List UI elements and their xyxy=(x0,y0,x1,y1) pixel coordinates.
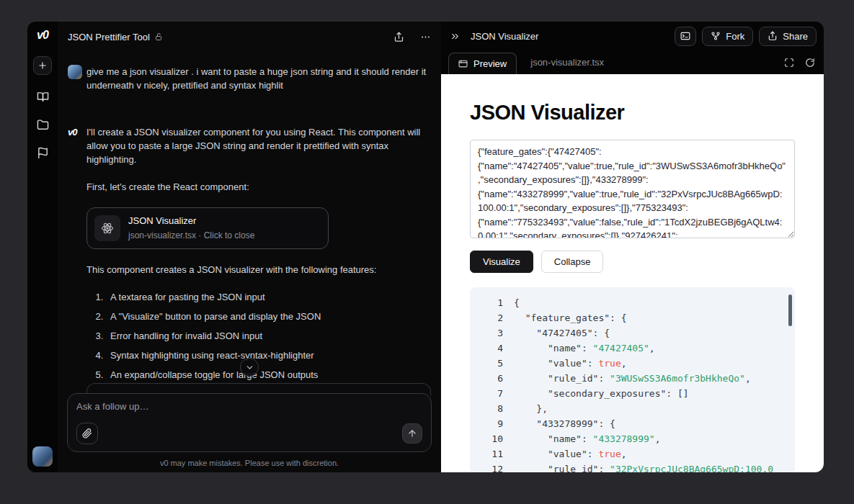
share-icon xyxy=(768,31,778,41)
user-message: give me a json visualizer . i want to pa… xyxy=(68,65,431,106)
chevrons-right-icon[interactable] xyxy=(450,31,461,42)
follow-up-composer xyxy=(67,393,432,452)
component-card-title: JSON Visualizer xyxy=(128,214,254,228)
code-line: 10 "name": "433278999", xyxy=(470,431,788,446)
code-scrollbar[interactable] xyxy=(788,294,792,326)
feature-item: Error handling for invalid JSON input xyxy=(106,329,431,343)
code-lines: 1{2 "feature_gates": {3 "47427405": {4 "… xyxy=(470,295,788,472)
json-code-viewer: 1{2 "feature_gates": {3 "47427405": {4 "… xyxy=(470,287,795,472)
chat-title: JSON Prettifier Tool xyxy=(68,32,150,42)
console-button[interactable] xyxy=(675,27,696,46)
atom-icon xyxy=(94,215,120,241)
preview-title: JSON Visualizer xyxy=(471,31,538,42)
share-button-label: Share xyxy=(783,31,808,42)
new-chat-button[interactable] xyxy=(33,56,52,75)
attach-button[interactable] xyxy=(76,423,98,444)
json-input-textarea[interactable]: {"feature_gates":{"47427405":{"name":"47… xyxy=(470,140,795,238)
refresh-icon[interactable] xyxy=(805,58,815,68)
user-avatar[interactable] xyxy=(32,446,53,467)
terminal-icon xyxy=(680,31,690,41)
user-message-text: give me a json visualizer . i want to pa… xyxy=(86,65,431,92)
v0-logo: v0 xyxy=(68,127,76,138)
code-line: 1{ xyxy=(470,295,788,310)
app-window-icon xyxy=(458,59,468,68)
fork-button[interactable]: Fork xyxy=(702,27,753,46)
send-button[interactable] xyxy=(402,423,422,444)
assistant-intro-text: I'll create a JSON visualizer component … xyxy=(86,125,431,166)
preview-viewport: JSON Visualizer {"feature_gates":{"47427… xyxy=(441,74,824,472)
plus-icon xyxy=(37,60,48,71)
component-card[interactable]: JSON Visualizer json-visualizer.tsx · Cl… xyxy=(86,207,329,249)
code-line: 7 "secondary_exposures": [] xyxy=(470,386,788,401)
preview-tab-bar: Preview json-visualizer.tsx xyxy=(441,50,824,74)
lock-open-icon xyxy=(155,32,164,41)
code-line: 12 "rule_id": "32PxVsrpcJUc8BAg665wpD:10… xyxy=(470,462,788,472)
code-line: 4 "name": "47427405", xyxy=(470,341,788,356)
git-fork-icon xyxy=(711,31,721,41)
follow-up-input[interactable] xyxy=(76,401,422,412)
paperclip-icon xyxy=(82,428,92,438)
tab-preview[interactable]: Preview xyxy=(448,53,517,74)
assistant-step-text: First, let's create the React component: xyxy=(86,180,431,194)
ellipsis-icon[interactable] xyxy=(420,32,431,42)
avatar xyxy=(68,65,82,79)
disclaimer-text: v0 may make mistakes. Please use with di… xyxy=(58,459,441,467)
features-intro-text: This component creates a JSON visualizer… xyxy=(86,263,431,276)
code-line: 8 }, xyxy=(470,401,788,416)
code-line: 11 "value": true, xyxy=(470,446,788,462)
feature-item: Syntax highlighting using react-syntax-h… xyxy=(106,348,431,362)
tab-file[interactable]: json-visualizer.tsx xyxy=(530,57,604,68)
feature-item: A "Visualize" button to parse and displa… xyxy=(106,310,431,323)
code-line: 3 "47427405": { xyxy=(470,325,788,341)
code-line: 6 "rule_id": "3WUSwSS3A6mofr3bHkheQo", xyxy=(470,371,788,386)
chat-header: JSON Prettifier Tool xyxy=(58,22,441,52)
icon-rail: v0 xyxy=(27,22,58,472)
app-heading: JSON Visualizer xyxy=(470,101,795,125)
preview-header: JSON Visualizer Fork Share xyxy=(441,22,824,50)
collapse-button[interactable]: Collapse xyxy=(541,251,604,273)
chat-panel: JSON Prettifier Tool give me a json visu… xyxy=(58,22,441,472)
v0-logo[interactable]: v0 xyxy=(37,29,48,42)
arrow-up-send-icon xyxy=(407,428,417,438)
scroll-to-bottom-button[interactable] xyxy=(240,358,259,377)
feature-item: An expand/collapse toggle for large JSON… xyxy=(106,368,431,382)
fork-button-label: Fork xyxy=(726,31,744,42)
maximize-icon[interactable] xyxy=(784,58,794,68)
component-card-subtitle: json-visualizer.tsx · Click to close xyxy=(128,229,254,243)
tab-preview-label: Preview xyxy=(473,58,507,69)
chevron-down-icon xyxy=(245,363,254,372)
app-window: v0 JSON Prettifier Tool give me a json v… xyxy=(27,22,824,472)
book-open-icon[interactable] xyxy=(37,91,49,103)
visualize-button[interactable]: Visualize xyxy=(470,251,533,273)
code-line: 2 "feature_gates": { xyxy=(470,310,788,325)
flag-icon[interactable] xyxy=(37,147,49,159)
code-line: 9 "433278999": { xyxy=(470,416,788,431)
preview-panel: JSON Visualizer Fork Share Preview xyxy=(441,22,824,472)
share-icon[interactable] xyxy=(393,32,404,42)
code-line: 5 "value": true, xyxy=(470,356,788,371)
share-button[interactable]: Share xyxy=(759,27,817,46)
feature-item: A textarea for pasting the JSON input xyxy=(106,290,431,304)
folder-icon[interactable] xyxy=(37,119,49,131)
